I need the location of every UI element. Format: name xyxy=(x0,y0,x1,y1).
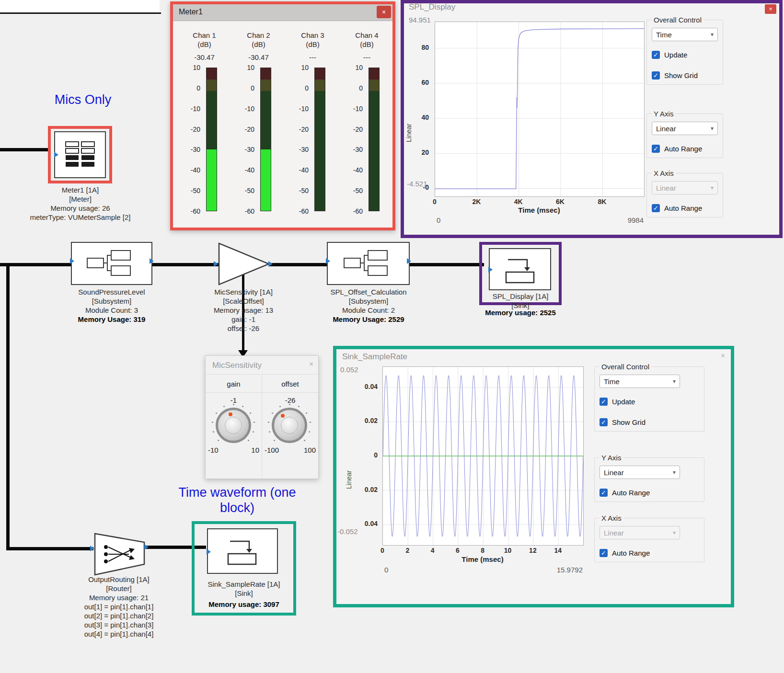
meter-scale: 100-10-20-30-40-50-60 xyxy=(177,68,203,211)
mic-sensitivity-block[interactable] xyxy=(217,242,271,286)
checkbox-checked-icon[interactable]: ✓ xyxy=(652,204,660,212)
meter-scale: 100-10-20-30-40-50-60 xyxy=(340,68,366,211)
block-info: meterType: VUMeterSample [2] xyxy=(24,213,137,222)
block-type: [Subsystem] xyxy=(315,297,422,306)
knob-tick-dot xyxy=(304,440,305,441)
knob-label-gain: gain xyxy=(206,380,262,388)
annotation-time-waveform-line1: Time waveform (one xyxy=(156,485,319,500)
sink-samplerate-block-highlight: Sink_SampleRate [1A] [Sink] Memory usage… xyxy=(192,521,296,616)
block-routing-1: out[1] = pin[1].chan[1] xyxy=(71,602,167,611)
checkbox-label: Auto Range xyxy=(664,204,702,212)
channel-value: -30.47 xyxy=(177,53,231,61)
mic-sensitivity-caption: MicSensitivity [1A] [ScaleOffset] Memory… xyxy=(198,287,289,333)
group-label: Overall Control xyxy=(652,16,703,24)
block-info: Memory usage: 13 xyxy=(198,306,289,315)
meter-block-icon xyxy=(65,141,95,169)
subsystem-icon xyxy=(86,250,136,276)
y-axis-label: Linear xyxy=(345,422,353,489)
spl-display-caption-top: SPL_Display [1A] [Sink] xyxy=(477,292,564,310)
sink-samplerate-block[interactable] xyxy=(207,528,278,574)
meter-scale: 100-10-20-30-40-50-60 xyxy=(231,68,257,211)
gain-knob-range: -10 10 xyxy=(206,446,262,454)
close-icon[interactable]: × xyxy=(377,6,391,18)
input-pin-icon xyxy=(90,546,94,551)
spl-display-block-highlight: SPL_Display [1A] [Sink] xyxy=(479,242,562,305)
y-auto-range-checkbox-row[interactable]: ✓ Auto Range xyxy=(600,489,699,497)
block-type: [Router] xyxy=(71,584,167,593)
meter-channel-3: Chan 3 (dB) --- 100-10-20-30-40-50-60 xyxy=(286,23,340,225)
knob-tick-dot xyxy=(242,406,243,407)
meter1-block[interactable] xyxy=(54,131,106,178)
spl-offset-calculation-caption: SPL_Offset_Calculation [Subsystem] Modul… xyxy=(315,287,422,324)
y-axis-group: Y Axis Linear ▾ ✓ Auto Range xyxy=(594,454,704,502)
update-checkbox-row[interactable]: ✓ Update xyxy=(652,51,718,59)
chevron-down-icon: ▾ xyxy=(673,529,676,536)
channel-unit: (dB) xyxy=(231,40,286,48)
knob-tick-dot xyxy=(298,406,300,407)
knob-tick-dot xyxy=(254,422,255,423)
checkbox-checked-icon[interactable]: ✓ xyxy=(652,71,660,80)
block-type: [ScaleOffset] xyxy=(198,297,289,306)
y-scale-dropdown[interactable]: Linear ▾ xyxy=(600,466,680,479)
meter-channel-2: Chan 2 (dB) -30.47 100-10-20-30-40-50-60 xyxy=(231,23,286,225)
block-type: [Meter] xyxy=(24,194,137,204)
spl-display-block[interactable] xyxy=(489,248,551,290)
knob-dial[interactable] xyxy=(272,408,307,443)
checkbox-checked-icon[interactable]: ✓ xyxy=(652,51,660,59)
x-scale-dropdown[interactable]: Linear ▾ xyxy=(600,526,680,539)
offset-knob[interactable] xyxy=(267,403,312,448)
y-scale-dropdown[interactable]: Linear ▾ xyxy=(652,122,718,135)
meter-fill xyxy=(207,149,217,211)
sink-samplerate-caption: Sink_SampleRate [1A] [Sink] Memory usage… xyxy=(192,580,296,609)
channel-name: Chan 1 xyxy=(177,31,231,39)
checkbox-checked-icon[interactable]: ✓ xyxy=(600,418,608,426)
dropdown-value: Linear xyxy=(656,125,676,133)
x-auto-range-checkbox-row[interactable]: ✓ Auto Range xyxy=(652,204,718,212)
time-dropdown[interactable]: Time ▾ xyxy=(600,375,680,388)
divider xyxy=(262,374,262,479)
close-icon[interactable]: × xyxy=(309,360,313,368)
spl-offset-calculation-block[interactable] xyxy=(327,242,410,285)
block-routing-2: out[2] = pin[1].chan[2] xyxy=(71,611,167,620)
checkbox-checked-icon[interactable]: ✓ xyxy=(652,145,660,153)
knob-tick-dot xyxy=(279,406,281,407)
close-icon[interactable]: × xyxy=(721,352,725,360)
x-axis-label: Time (msec) xyxy=(382,555,583,563)
output-pin-icon xyxy=(150,258,154,264)
checkbox-checked-icon[interactable]: ✓ xyxy=(600,398,608,406)
x-axis-label: Time (msec) xyxy=(435,206,644,214)
sink-samplerate-window: Sink_SampleRate × 0.052 -0.052 Linear 0.… xyxy=(333,346,734,607)
show-grid-checkbox-row[interactable]: ✓ Show Grid xyxy=(652,71,718,80)
close-icon[interactable]: × xyxy=(765,4,776,14)
block-name: Sink_SampleRate [1A] xyxy=(192,580,296,589)
meter1-window-titlebar[interactable]: Meter1 × xyxy=(173,4,392,21)
show-grid-checkbox-row[interactable]: ✓ Show Grid xyxy=(600,418,699,426)
knob-tick-dot xyxy=(212,422,213,423)
block-memory: Memory usage: 2525 xyxy=(474,308,566,317)
output-pin-icon xyxy=(268,261,273,267)
time-dropdown[interactable]: Time ▾ xyxy=(652,28,718,41)
wire-branch-vertical xyxy=(6,263,10,550)
overall-control-group: Overall Control Time ▾ ✓ Update ✓ Show G… xyxy=(594,363,704,432)
checkbox-checked-icon[interactable]: ✓ xyxy=(600,489,608,497)
update-checkbox-row[interactable]: ✓ Update xyxy=(600,398,699,406)
checkbox-checked-icon[interactable]: ✓ xyxy=(600,549,608,557)
y-auto-range-checkbox-row[interactable]: ✓ Auto Range xyxy=(652,145,718,153)
x-range-start: 0 xyxy=(437,216,440,224)
mic-sensitivity-panel: MicSensitivity × gain offset -1 -26 -10 … xyxy=(205,355,319,479)
x-scale-dropdown[interactable]: Linear ▾ xyxy=(652,181,718,194)
knob-dial[interactable] xyxy=(216,408,251,443)
x-tick-labels: 02K4K6K8K xyxy=(435,198,644,206)
output-routing-block[interactable] xyxy=(93,533,146,576)
knob-tick-dot xyxy=(274,440,275,441)
knob-max: 10 xyxy=(251,446,259,454)
dropdown-value: Linear xyxy=(604,468,624,477)
wire-offset-to-display xyxy=(410,263,484,266)
gain-knob[interactable] xyxy=(211,403,256,448)
y-axis-label: Linear xyxy=(405,75,413,142)
channel-unit: (dB) xyxy=(340,40,394,48)
block-param-gain: gain: -1 xyxy=(198,315,289,324)
sound-pressure-level-block[interactable] xyxy=(71,242,152,285)
x-auto-range-checkbox-row[interactable]: ✓ Auto Range xyxy=(600,549,699,557)
y-tick-labels: 80604020-0 xyxy=(414,22,432,196)
